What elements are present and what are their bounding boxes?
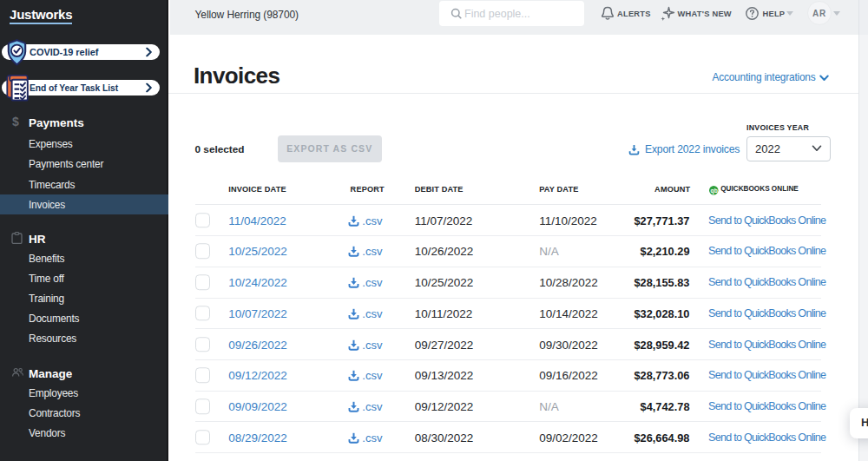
svg-text:$: $ <box>12 115 19 128</box>
svg-text:qb: qb <box>711 188 718 194</box>
